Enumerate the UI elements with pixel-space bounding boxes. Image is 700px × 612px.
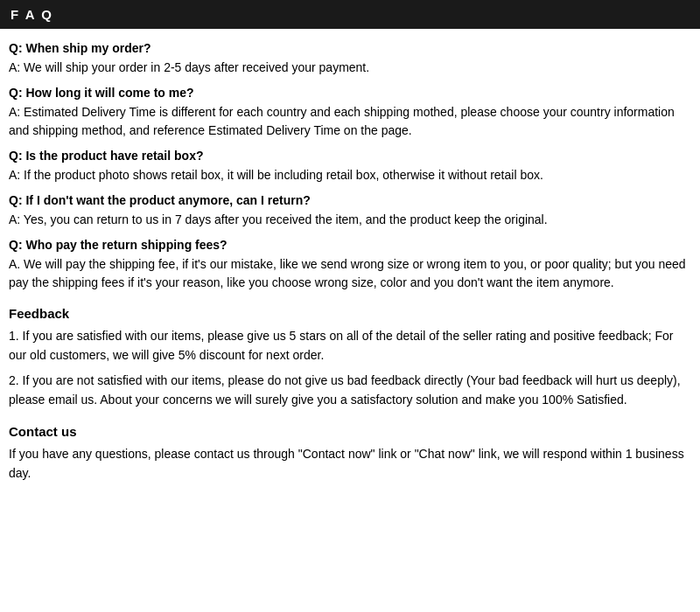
faq-question-2: Q: How long it will come to me? xyxy=(9,86,691,100)
faq-question-3: Q: Is the product have retail box? xyxy=(9,149,691,163)
faq-item-1: Q: When ship my order? A: We will ship y… xyxy=(9,41,691,77)
faq-question-4: Q: If I don't want the product anymore, … xyxy=(9,193,691,207)
content-area: Q: When ship my order? A: We will ship y… xyxy=(0,38,700,491)
contact-text: If you have any questions, please contac… xyxy=(9,444,691,483)
faq-answer-5: A. We will pay the shipping fee, if it's… xyxy=(9,255,691,292)
faq-question-1: Q: When ship my order? xyxy=(9,41,691,55)
feedback-point1: 1. If you are satisfied with our items, … xyxy=(9,326,691,365)
faq-item-3: Q: Is the product have retail box? A: If… xyxy=(9,149,691,184)
faq-item-5: Q: Who pay the return shipping fees? A. … xyxy=(9,238,691,292)
faq-answer-3: A: If the product photo shows retail box… xyxy=(9,166,691,184)
contact-title: Contact us xyxy=(9,424,691,439)
faq-header: F A Q xyxy=(0,0,700,29)
faq-question-5: Q: Who pay the return shipping fees? xyxy=(9,238,691,252)
faq-item-2: Q: How long it will come to me? A: Estim… xyxy=(9,86,691,140)
faq-item-4: Q: If I don't want the product anymore, … xyxy=(9,193,691,229)
feedback-point2: 2. If you are not satisfied with our ite… xyxy=(9,371,691,410)
faq-title: F A Q xyxy=(10,7,53,22)
faq-answer-4: A: Yes, you can return to us in 7 days a… xyxy=(9,211,691,229)
faq-answer-1: A: We will ship your order in 2-5 days a… xyxy=(9,59,691,77)
feedback-title: Feedback xyxy=(9,306,691,321)
faq-answer-2: A: Estimated Delivery Time is different … xyxy=(9,103,691,140)
